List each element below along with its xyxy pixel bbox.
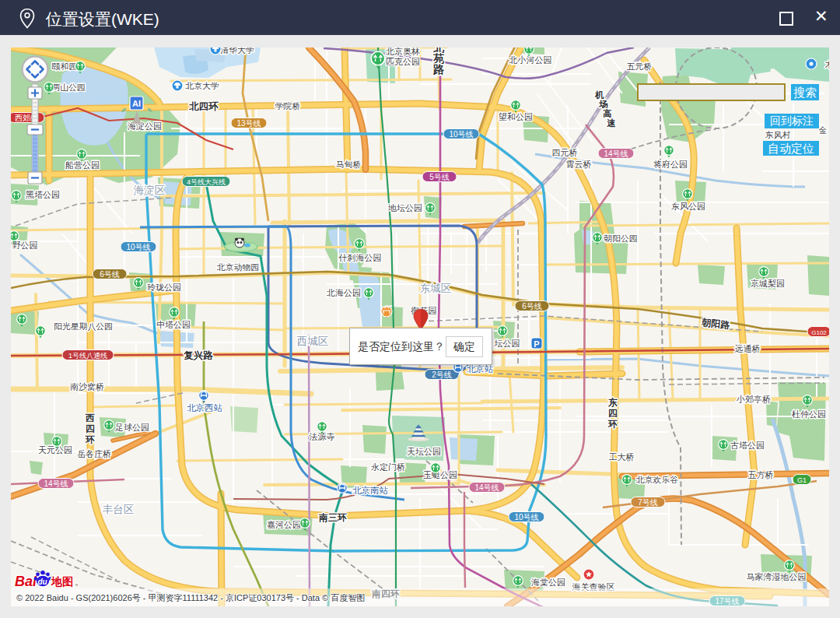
svg-text:嘉河公园: 嘉河公园 — [267, 520, 301, 529]
svg-text:北京西站: 北京西站 — [187, 403, 223, 413]
svg-text:黑塔公园: 黑塔公园 — [26, 190, 60, 199]
svg-text:北四环: 北四环 — [188, 101, 219, 112]
svg-text:五元桥: 五元桥 — [627, 61, 653, 71]
svg-text:北京奥林: 北京奥林 — [385, 47, 420, 56]
svg-text:马甸桥: 马甸桥 — [336, 160, 362, 169]
svg-text:环: 环 — [607, 419, 618, 430]
svg-text:野公园: 野公园 — [12, 241, 38, 250]
svg-text:北小河公园: 北小河公园 — [509, 55, 552, 65]
svg-text:机: 机 — [594, 90, 604, 100]
svg-text:2号线: 2号线 — [432, 370, 452, 379]
svg-text:学院桥: 学院桥 — [275, 101, 301, 111]
svg-text:朝阳公园: 朝阳公园 — [603, 234, 637, 243]
svg-text:朝阳路: 朝阳路 — [701, 317, 731, 331]
svg-text:天坛公园: 天坛公园 — [407, 447, 441, 456]
svg-text:高: 高 — [603, 109, 612, 118]
svg-text:Bai: Bai — [15, 574, 37, 589]
svg-text:丰台区: 丰台区 — [103, 504, 135, 515]
svg-text:马家湾湿地公园: 马家湾湿地公园 — [747, 572, 807, 581]
svg-text:颐和园: 颐和园 — [52, 61, 77, 71]
svg-text:10号线: 10号线 — [514, 513, 538, 521]
svg-text:北京动物园: 北京动物园 — [216, 262, 259, 272]
svg-text:将府公园: 将府公园 — [653, 160, 688, 169]
svg-text:足球公园: 足球公园 — [115, 423, 149, 432]
svg-text:远通桥: 远通桥 — [735, 344, 761, 353]
svg-text:G1: G1 — [797, 476, 807, 484]
svg-text:北京大学: 北京大学 — [184, 81, 219, 90]
svg-text:10号线: 10号线 — [449, 130, 473, 139]
svg-text:四: 四 — [608, 408, 618, 419]
svg-text:玲珑公园: 玲珑公园 — [147, 283, 181, 292]
svg-text:1号线八通线: 1号线八通线 — [68, 352, 107, 360]
svg-text:法源寺: 法源寺 — [309, 432, 335, 441]
svg-text:南三环: 南三环 — [318, 512, 347, 523]
svg-text:阳光星期八公园: 阳光星期八公园 — [54, 321, 113, 332]
svg-text:14号线: 14号线 — [604, 149, 628, 158]
svg-text:场: 场 — [598, 100, 608, 109]
svg-text:古塔公园: 古塔公园 — [730, 441, 765, 450]
svg-text:北京欢乐谷: 北京欢乐谷 — [635, 475, 678, 484]
svg-text:西城区: 西城区 — [297, 335, 329, 347]
svg-text:永定门桥: 永定门桥 — [371, 462, 405, 472]
svg-text:东: 东 — [607, 397, 618, 408]
svg-text:复兴路: 复兴路 — [183, 350, 213, 361]
svg-text:海淀区: 海淀区 — [134, 184, 166, 196]
svg-text:杜仲公园: 杜仲公园 — [791, 409, 826, 419]
svg-text:6号线: 6号线 — [100, 270, 120, 279]
svg-text:工大桥: 工大桥 — [609, 452, 635, 462]
svg-text:天元公园: 天元公园 — [38, 445, 72, 455]
svg-text:du: du — [38, 578, 47, 586]
svg-text:四元桥: 四元桥 — [552, 148, 578, 157]
svg-text:望和公园: 望和公园 — [499, 112, 533, 121]
svg-text:海棠公园: 海棠公园 — [531, 578, 565, 587]
svg-text:霄云桥: 霄云桥 — [566, 160, 592, 169]
svg-text:北海公园: 北海公园 — [326, 288, 361, 297]
svg-text:14号线: 14号线 — [474, 483, 499, 492]
svg-text:路: 路 — [432, 63, 445, 75]
svg-text:地图: 地图 — [51, 575, 73, 588]
svg-text:东风村: 东风村 — [765, 130, 791, 139]
svg-text:清华大学: 清华大学 — [220, 47, 254, 54]
svg-text:什刹海公园: 什刹海公园 — [338, 253, 382, 262]
svg-text:北京站: 北京站 — [467, 364, 494, 374]
svg-text:玉蜓公园: 玉蜓公园 — [423, 470, 457, 479]
svg-text:地坛公园: 地坛公园 — [387, 203, 422, 212]
svg-text:中塔公园: 中塔公园 — [156, 320, 191, 329]
svg-text:AI: AI — [132, 99, 141, 108]
svg-text:京城梨园: 京城梨园 — [751, 279, 785, 288]
svg-text:7号线: 7号线 — [638, 498, 658, 507]
svg-text:G102: G102 — [811, 329, 827, 336]
svg-text:东城区: 东城区 — [420, 283, 452, 294]
svg-text:西: 西 — [85, 413, 95, 423]
svg-text:五方桥: 五方桥 — [748, 470, 774, 479]
svg-text:13号线: 13号线 — [236, 119, 261, 128]
svg-text:坛公园: 坛公园 — [495, 339, 520, 348]
svg-text:14号线: 14号线 — [44, 479, 68, 488]
svg-text:4号线大兴线: 4号线大兴线 — [187, 178, 226, 186]
svg-text:岳各庄桥: 岳各庄桥 — [77, 449, 111, 458]
svg-text:匹克公园: 匹克公园 — [386, 57, 420, 66]
svg-text:两山公园: 两山公园 — [51, 83, 85, 92]
svg-text:5号线: 5号线 — [429, 173, 450, 181]
svg-text:北京南站: 北京南站 — [352, 486, 389, 495]
svg-text:金: 金 — [819, 125, 828, 135]
svg-text:南沙窝桥: 南沙窝桥 — [70, 382, 104, 392]
svg-text:6号线: 6号线 — [522, 302, 542, 311]
svg-text:四: 四 — [86, 423, 95, 434]
svg-text:木: 木 — [825, 60, 830, 69]
svg-text:环: 环 — [85, 434, 95, 445]
svg-text:小郊亭桥: 小郊亭桥 — [736, 395, 771, 404]
svg-text:10号线: 10号线 — [126, 243, 150, 251]
svg-text:P: P — [534, 339, 539, 349]
svg-text:船营公园: 船营公园 — [65, 160, 100, 170]
svg-text:速: 速 — [606, 118, 616, 128]
svg-text:东风公园: 东风公园 — [671, 202, 705, 211]
